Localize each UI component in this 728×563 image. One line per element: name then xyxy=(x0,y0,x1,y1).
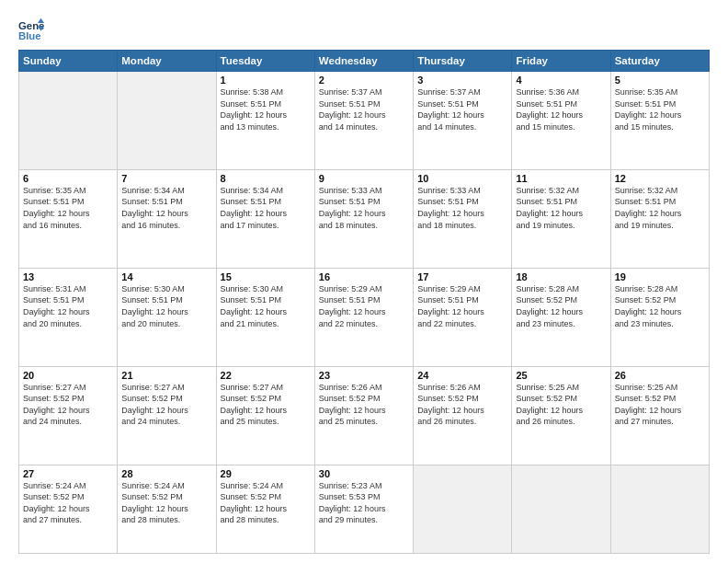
day-number: 3 xyxy=(417,75,507,86)
calendar-week-3: 13Sunrise: 5:31 AMSunset: 5:51 PMDayligh… xyxy=(19,268,710,366)
calendar-cell-25: 23Sunrise: 5:26 AMSunset: 5:52 PMDayligh… xyxy=(314,366,413,465)
calendar-cell-21: 19Sunrise: 5:28 AMSunset: 5:52 PMDayligh… xyxy=(610,268,709,366)
day-number: 24 xyxy=(417,370,507,381)
calendar-header-row: SundayMondayTuesdayWednesdayThursdayFrid… xyxy=(19,51,710,72)
day-number: 5 xyxy=(615,75,705,86)
calendar-cell-3: 1Sunrise: 5:38 AMSunset: 5:51 PMDaylight… xyxy=(216,72,314,170)
calendar-cell-26: 24Sunrise: 5:26 AMSunset: 5:52 PMDayligh… xyxy=(414,366,512,465)
calendar-header-saturday: Saturday xyxy=(610,51,709,72)
calendar-cell-32: 30Sunrise: 5:23 AMSunset: 5:53 PMDayligh… xyxy=(314,465,413,554)
calendar-cell-6: 4Sunrise: 5:36 AMSunset: 5:51 PMDaylight… xyxy=(512,72,610,170)
day-number: 8 xyxy=(221,173,311,184)
day-number: 13 xyxy=(23,271,113,282)
day-info: Sunrise: 5:34 AMSunset: 5:51 PMDaylight:… xyxy=(221,185,311,231)
day-info: Sunrise: 5:32 AMSunset: 5:51 PMDaylight:… xyxy=(516,185,606,231)
calendar-cell-5: 3Sunrise: 5:37 AMSunset: 5:51 PMDaylight… xyxy=(414,72,512,170)
calendar-header-friday: Friday xyxy=(512,51,610,72)
day-info: Sunrise: 5:25 AMSunset: 5:52 PMDaylight:… xyxy=(516,382,606,428)
calendar-header-thursday: Thursday xyxy=(414,51,512,72)
day-info: Sunrise: 5:38 AMSunset: 5:51 PMDaylight:… xyxy=(221,86,311,132)
calendar-cell-20: 18Sunrise: 5:28 AMSunset: 5:52 PMDayligh… xyxy=(512,268,610,366)
day-number: 17 xyxy=(417,271,507,282)
day-number: 11 xyxy=(516,173,606,184)
calendar-header-monday: Monday xyxy=(118,51,216,72)
calendar-cell-23: 21Sunrise: 5:27 AMSunset: 5:52 PMDayligh… xyxy=(118,366,216,465)
day-info: Sunrise: 5:37 AMSunset: 5:51 PMDaylight:… xyxy=(319,86,409,132)
day-info: Sunrise: 5:33 AMSunset: 5:51 PMDaylight:… xyxy=(319,185,409,231)
calendar-cell-17: 15Sunrise: 5:30 AMSunset: 5:51 PMDayligh… xyxy=(216,268,314,366)
calendar-cell-35 xyxy=(610,465,709,554)
calendar-cell-34 xyxy=(512,465,610,554)
calendar-cell-9: 7Sunrise: 5:34 AMSunset: 5:51 PMDaylight… xyxy=(118,169,216,268)
day-number: 6 xyxy=(23,173,113,184)
day-number: 18 xyxy=(516,271,606,282)
calendar-cell-18: 16Sunrise: 5:29 AMSunset: 5:51 PMDayligh… xyxy=(314,268,413,366)
calendar-header-wednesday: Wednesday xyxy=(314,51,413,72)
calendar-cell-31: 29Sunrise: 5:24 AMSunset: 5:52 PMDayligh… xyxy=(216,465,314,554)
day-info: Sunrise: 5:28 AMSunset: 5:52 PMDaylight:… xyxy=(516,283,606,329)
day-number: 10 xyxy=(417,173,507,184)
day-number: 27 xyxy=(23,468,113,479)
calendar-cell-30: 28Sunrise: 5:24 AMSunset: 5:52 PMDayligh… xyxy=(118,465,216,554)
page: General Blue SundayMondayTuesdayWednesda… xyxy=(0,0,728,563)
calendar-cell-4: 2Sunrise: 5:37 AMSunset: 5:51 PMDaylight… xyxy=(314,72,413,170)
logo: General Blue xyxy=(18,17,48,42)
day-info: Sunrise: 5:30 AMSunset: 5:51 PMDaylight:… xyxy=(221,283,311,329)
calendar-cell-16: 14Sunrise: 5:30 AMSunset: 5:51 PMDayligh… xyxy=(118,268,216,366)
day-info: Sunrise: 5:26 AMSunset: 5:52 PMDaylight:… xyxy=(417,382,507,428)
calendar-cell-24: 22Sunrise: 5:27 AMSunset: 5:52 PMDayligh… xyxy=(216,366,314,465)
logo-icon: General Blue xyxy=(18,17,44,42)
day-info: Sunrise: 5:31 AMSunset: 5:51 PMDaylight:… xyxy=(23,283,113,329)
day-number: 4 xyxy=(516,75,606,86)
calendar-cell-1 xyxy=(19,72,118,170)
day-number: 19 xyxy=(615,271,705,282)
day-number: 7 xyxy=(121,173,211,184)
day-number: 23 xyxy=(319,370,409,381)
day-number: 26 xyxy=(615,370,705,381)
svg-text:Blue: Blue xyxy=(18,30,41,41)
day-number: 2 xyxy=(319,75,409,86)
day-number: 12 xyxy=(615,173,705,184)
calendar-cell-7: 5Sunrise: 5:35 AMSunset: 5:51 PMDaylight… xyxy=(610,72,709,170)
day-info: Sunrise: 5:29 AMSunset: 5:51 PMDaylight:… xyxy=(417,283,507,329)
day-number: 1 xyxy=(221,75,311,86)
calendar-cell-15: 13Sunrise: 5:31 AMSunset: 5:51 PMDayligh… xyxy=(19,268,118,366)
day-number: 28 xyxy=(121,468,211,479)
calendar-cell-28: 26Sunrise: 5:25 AMSunset: 5:52 PMDayligh… xyxy=(610,366,709,465)
day-info: Sunrise: 5:25 AMSunset: 5:52 PMDaylight:… xyxy=(615,382,705,428)
day-info: Sunrise: 5:27 AMSunset: 5:52 PMDaylight:… xyxy=(221,382,311,428)
calendar-cell-12: 10Sunrise: 5:33 AMSunset: 5:51 PMDayligh… xyxy=(414,169,512,268)
calendar-table: SundayMondayTuesdayWednesdayThursdayFrid… xyxy=(18,50,710,554)
header: General Blue xyxy=(18,17,710,42)
day-info: Sunrise: 5:30 AMSunset: 5:51 PMDaylight:… xyxy=(121,283,211,329)
day-info: Sunrise: 5:23 AMSunset: 5:53 PMDaylight:… xyxy=(319,480,409,526)
day-info: Sunrise: 5:29 AMSunset: 5:51 PMDaylight:… xyxy=(319,283,409,329)
day-number: 15 xyxy=(221,271,311,282)
day-info: Sunrise: 5:35 AMSunset: 5:51 PMDaylight:… xyxy=(23,185,113,231)
day-info: Sunrise: 5:24 AMSunset: 5:52 PMDaylight:… xyxy=(221,480,311,526)
day-info: Sunrise: 5:32 AMSunset: 5:51 PMDaylight:… xyxy=(615,185,705,231)
calendar-week-5: 27Sunrise: 5:24 AMSunset: 5:52 PMDayligh… xyxy=(19,465,710,554)
calendar-header-sunday: Sunday xyxy=(19,51,118,72)
day-number: 20 xyxy=(23,370,113,381)
day-info: Sunrise: 5:27 AMSunset: 5:52 PMDaylight:… xyxy=(121,382,211,428)
calendar-cell-8: 6Sunrise: 5:35 AMSunset: 5:51 PMDaylight… xyxy=(19,169,118,268)
day-number: 21 xyxy=(121,370,211,381)
day-info: Sunrise: 5:27 AMSunset: 5:52 PMDaylight:… xyxy=(23,382,113,428)
day-number: 25 xyxy=(516,370,606,381)
day-number: 14 xyxy=(121,271,211,282)
calendar-cell-33 xyxy=(414,465,512,554)
day-info: Sunrise: 5:34 AMSunset: 5:51 PMDaylight:… xyxy=(121,185,211,231)
calendar-header-tuesday: Tuesday xyxy=(216,51,314,72)
day-info: Sunrise: 5:35 AMSunset: 5:51 PMDaylight:… xyxy=(615,86,705,132)
calendar-cell-2 xyxy=(118,72,216,170)
day-info: Sunrise: 5:37 AMSunset: 5:51 PMDaylight:… xyxy=(417,86,507,132)
day-info: Sunrise: 5:28 AMSunset: 5:52 PMDaylight:… xyxy=(615,283,705,329)
calendar-cell-27: 25Sunrise: 5:25 AMSunset: 5:52 PMDayligh… xyxy=(512,366,610,465)
day-info: Sunrise: 5:36 AMSunset: 5:51 PMDaylight:… xyxy=(516,86,606,132)
calendar-cell-13: 11Sunrise: 5:32 AMSunset: 5:51 PMDayligh… xyxy=(512,169,610,268)
calendar-cell-19: 17Sunrise: 5:29 AMSunset: 5:51 PMDayligh… xyxy=(414,268,512,366)
day-info: Sunrise: 5:26 AMSunset: 5:52 PMDaylight:… xyxy=(319,382,409,428)
calendar-week-4: 20Sunrise: 5:27 AMSunset: 5:52 PMDayligh… xyxy=(19,366,710,465)
calendar-cell-22: 20Sunrise: 5:27 AMSunset: 5:52 PMDayligh… xyxy=(19,366,118,465)
